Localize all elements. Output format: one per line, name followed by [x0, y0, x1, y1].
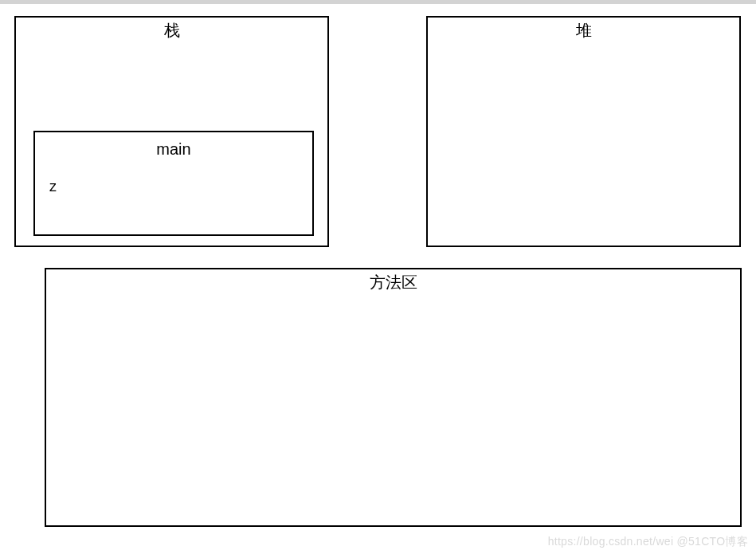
- heap-region: 堆: [426, 16, 741, 247]
- stack-frame-main: main z: [33, 131, 314, 236]
- method-area-region: 方法区: [45, 268, 742, 527]
- frame-label: main: [35, 140, 312, 159]
- heap-title: 堆: [428, 20, 739, 41]
- watermark-text: https://blog.csdn.net/wei @51CTO博客: [548, 535, 748, 549]
- top-separator: [0, 0, 756, 4]
- frame-variable-z: z: [49, 179, 57, 195]
- stack-title: 栈: [16, 20, 327, 41]
- method-area-title: 方法区: [46, 272, 740, 293]
- stack-region: 栈 main z: [14, 16, 329, 247]
